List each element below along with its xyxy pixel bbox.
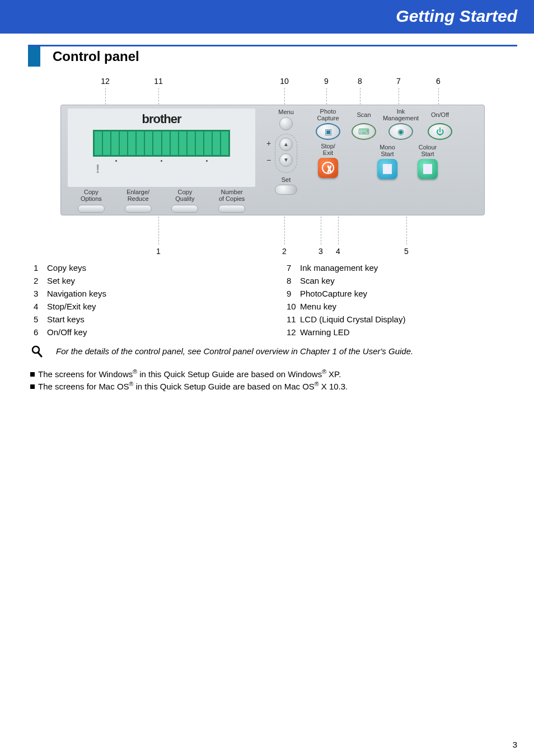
legend-item-7: 7Ink management key bbox=[287, 261, 517, 274]
copy-quality-button[interactable] bbox=[171, 205, 198, 213]
legend-item-10: 10Menu key bbox=[287, 300, 517, 313]
scan-label: Scan bbox=[346, 109, 381, 122]
lcd-area: brother ! bbox=[68, 109, 255, 187]
section-title: Control panel bbox=[53, 46, 139, 64]
legend: 1Copy keys2Set key3Navigation keys4Stop/… bbox=[34, 261, 517, 339]
stop-exit-button[interactable] bbox=[318, 158, 338, 178]
onoff-label: On/Off bbox=[423, 109, 457, 122]
callout-12: 12 bbox=[97, 77, 114, 86]
menu-label: Menu bbox=[265, 109, 307, 115]
callout-7: 7 bbox=[390, 77, 407, 86]
callout-6: 6 bbox=[430, 77, 447, 86]
number-copies-button[interactable] bbox=[218, 205, 245, 213]
ink-column: InkManagement ◉ bbox=[383, 109, 418, 143]
scan-button[interactable]: ⌨ bbox=[352, 123, 376, 140]
copy-key-labels: CopyOptionsEnlarge/ReduceCopyQualityNumb… bbox=[68, 189, 255, 202]
set-label: Set bbox=[265, 176, 307, 183]
note-row: For the details of the control panel, se… bbox=[31, 346, 517, 360]
section-marker bbox=[28, 46, 40, 67]
callout-10: 10 bbox=[276, 77, 293, 86]
arrow-group: + ▲ − ▼ bbox=[275, 134, 297, 173]
legend-item-4: 4Stop/Exit key bbox=[34, 300, 264, 313]
mono-start-column: MonoStart bbox=[370, 144, 405, 180]
magnifier-icon bbox=[31, 345, 43, 360]
bullet-list: The screens for Windows® in this Quick S… bbox=[28, 368, 517, 391]
legend-item-9: 9PhotoCapture key bbox=[287, 287, 517, 300]
scan-column: Scan ⌨ bbox=[346, 109, 381, 143]
legend-right: 7Ink management key8Scan key9PhotoCaptur… bbox=[287, 261, 517, 339]
control-panel-diagram: 121110987612345 brother ! CopyOptionsEnl… bbox=[60, 77, 485, 256]
section-heading: Control panel bbox=[28, 46, 517, 67]
nav-key-group: Menu + ▲ − ▼ Set bbox=[265, 109, 307, 198]
callout-3: 3 bbox=[312, 247, 329, 256]
up-arrow-button[interactable]: ▲ bbox=[279, 138, 293, 151]
legend-item-8: 8Scan key bbox=[287, 274, 517, 287]
callout-4: 4 bbox=[330, 247, 346, 256]
callout-5: 5 bbox=[398, 247, 415, 256]
enlarge-reduce-button[interactable] bbox=[125, 205, 152, 213]
menu-button[interactable] bbox=[279, 117, 293, 130]
photo-capture-button[interactable]: ▣ bbox=[316, 123, 340, 140]
legend-left: 1Copy keys2Set key3Navigation keys4Stop/… bbox=[34, 261, 264, 339]
callout-9: 9 bbox=[318, 77, 335, 86]
page-title: Getting Started bbox=[17, 7, 517, 26]
brand-logo: brother bbox=[71, 112, 252, 126]
mono-start-button[interactable] bbox=[377, 159, 397, 179]
legend-item-5: 5Start keys bbox=[34, 313, 264, 326]
bullet-line: The screens for Windows® in this Quick S… bbox=[30, 368, 517, 379]
legend-item-12: 12Warning LED bbox=[287, 326, 517, 339]
copy-key-label: CopyQuality bbox=[162, 189, 209, 202]
callout-1: 1 bbox=[150, 247, 167, 256]
copy-key-label: CopyOptions bbox=[68, 189, 115, 202]
printer-panel: brother ! CopyOptionsEnlarge/ReduceCopyQ… bbox=[60, 105, 485, 215]
legend-item-11: 11LCD (Liquid Crystal Display) bbox=[287, 313, 517, 326]
set-button[interactable] bbox=[275, 185, 297, 195]
copy-options-button[interactable] bbox=[78, 205, 105, 213]
ink-mgmt-button[interactable]: ◉ bbox=[388, 123, 413, 140]
colour-start-column: ColourStart bbox=[410, 144, 445, 180]
warning-led-icon: ! bbox=[96, 162, 100, 176]
legend-item-6: 6On/Off key bbox=[34, 326, 264, 339]
down-arrow-button[interactable]: ▼ bbox=[279, 153, 293, 167]
legend-item-2: 2Set key bbox=[34, 274, 264, 287]
callout-11: 11 bbox=[150, 77, 167, 86]
copy-key-label: Numberof Copies bbox=[208, 189, 255, 202]
plus-icon: + bbox=[266, 139, 271, 148]
onoff-button[interactable]: ⏻ bbox=[428, 123, 452, 140]
svg-line-1 bbox=[38, 353, 41, 356]
stop-exit-label: Stop/Exit bbox=[311, 143, 345, 157]
legend-item-3: 3Navigation keys bbox=[34, 287, 264, 300]
photo-capture-label: PhotoCapture bbox=[311, 109, 345, 122]
copy-buttons bbox=[68, 205, 255, 213]
ink-mgmt-label: InkManagement bbox=[383, 109, 418, 122]
note-text: For the details of the control panel, se… bbox=[56, 346, 413, 356]
lcd-display bbox=[93, 130, 230, 157]
lcd-dots bbox=[93, 160, 230, 162]
content-area: Control panel 121110987612345 brother ! … bbox=[0, 34, 534, 391]
mono-start-label: MonoStart bbox=[370, 144, 405, 158]
callout-8: 8 bbox=[352, 77, 368, 86]
photo-stop-column: PhotoCapture ▣ Stop/Exit bbox=[311, 109, 345, 179]
page-header: Getting Started bbox=[0, 0, 534, 34]
colour-start-label: ColourStart bbox=[410, 144, 445, 158]
colour-start-button[interactable] bbox=[418, 159, 438, 179]
page-number: 3 bbox=[0, 393, 534, 756]
callout-2: 2 bbox=[276, 247, 293, 256]
bullet-line: The screens for Mac OS® in this Quick Se… bbox=[30, 381, 517, 391]
copy-key-label: Enlarge/Reduce bbox=[115, 189, 162, 202]
onoff-column: On/Off ⏻ bbox=[423, 109, 457, 143]
minus-icon: − bbox=[266, 156, 271, 165]
legend-item-1: 1Copy keys bbox=[34, 261, 264, 274]
